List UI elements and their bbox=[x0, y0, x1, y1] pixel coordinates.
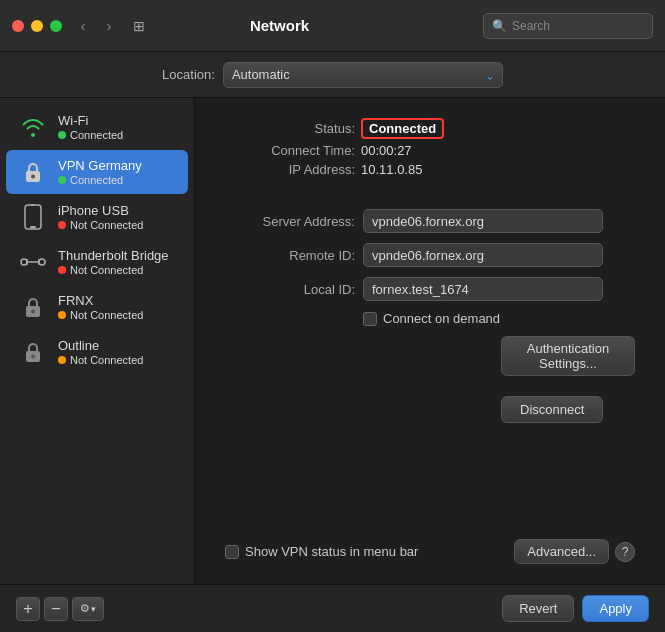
action-button[interactable]: ⚙ ▾ bbox=[72, 597, 104, 621]
sidebar-thunderbolt-status: Not Connected bbox=[58, 264, 176, 276]
status-row: Status: Connected bbox=[225, 118, 635, 139]
remote-id-input[interactable] bbox=[363, 243, 603, 267]
detail-bottom: Show VPN status in menu bar Advanced... … bbox=[225, 529, 635, 564]
sidebar-iphone-status: Not Connected bbox=[58, 219, 176, 231]
sidebar-frnx-info: FRNX Not Connected bbox=[58, 293, 176, 321]
search-icon: 🔍 bbox=[492, 19, 507, 33]
thunderbolt-icon bbox=[18, 247, 48, 277]
sidebar-iphone-name: iPhone USB bbox=[58, 203, 176, 218]
connect-demand-label: Connect on demand bbox=[383, 311, 500, 326]
vpn-lock-icon bbox=[18, 157, 48, 187]
sidebar-item-iphone-usb[interactable]: iPhone USB Not Connected bbox=[6, 195, 188, 239]
sidebar-frnx-name: FRNX bbox=[58, 293, 176, 308]
svg-point-13 bbox=[31, 355, 35, 359]
location-label: Location: bbox=[162, 67, 215, 82]
search-placeholder: Search bbox=[512, 19, 550, 33]
close-button[interactable] bbox=[12, 20, 24, 32]
sidebar-vpn-germany-status: Connected bbox=[58, 174, 176, 186]
sidebar-outline-status: Not Connected bbox=[58, 354, 176, 366]
sidebar-wifi-info: Wi-Fi Connected bbox=[58, 113, 176, 141]
disconnect-container: Disconnect bbox=[363, 396, 635, 423]
footer-bar: + − ⚙ ▾ Revert Apply bbox=[0, 584, 665, 632]
status-dot-outline bbox=[58, 356, 66, 364]
auth-settings-button[interactable]: Authentication Settings... bbox=[501, 336, 635, 376]
connect-time-row: Connect Time: 00:00:27 bbox=[225, 143, 635, 158]
show-vpn-row: Show VPN status in menu bar bbox=[225, 544, 418, 559]
sidebar-item-outline[interactable]: Outline Not Connected bbox=[6, 330, 188, 374]
revert-button[interactable]: Revert bbox=[502, 595, 574, 622]
status-badge: Connected bbox=[361, 118, 444, 139]
apply-button[interactable]: Apply bbox=[582, 595, 649, 622]
remove-button[interactable]: − bbox=[44, 597, 68, 621]
search-box[interactable]: 🔍 Search bbox=[483, 13, 653, 39]
chevron-down-icon: ▾ bbox=[91, 604, 96, 614]
sidebar-iphone-info: iPhone USB Not Connected bbox=[58, 203, 176, 231]
help-button[interactable]: ? bbox=[615, 542, 635, 562]
svg-rect-3 bbox=[30, 226, 36, 228]
outline-lock-icon bbox=[18, 337, 48, 367]
sidebar-vpn-germany-info: VPN Germany Connected bbox=[58, 158, 176, 186]
ip-address-row: IP Address: 10.11.0.85 bbox=[225, 162, 635, 177]
svg-point-1 bbox=[31, 175, 35, 179]
connect-time-label: Connect Time: bbox=[225, 143, 355, 158]
detail-panel: Status: Connected Connect Time: 00:00:27… bbox=[195, 98, 665, 584]
footer-left: + − ⚙ ▾ bbox=[16, 597, 104, 621]
location-select[interactable]: Automatic bbox=[223, 62, 503, 88]
server-address-label: Server Address: bbox=[225, 214, 355, 229]
sidebar-item-vpn-germany[interactable]: VPN Germany Connected bbox=[6, 150, 188, 194]
minimize-button[interactable] bbox=[31, 20, 43, 32]
local-id-label: Local ID: bbox=[225, 282, 355, 297]
server-address-input[interactable] bbox=[363, 209, 603, 233]
advanced-button[interactable]: Advanced... bbox=[514, 539, 609, 564]
traffic-lights bbox=[12, 20, 62, 32]
connect-demand-checkbox[interactable] bbox=[363, 312, 377, 326]
sidebar-outline-name: Outline bbox=[58, 338, 176, 353]
svg-point-5 bbox=[21, 259, 27, 265]
ip-address-value: 10.11.0.85 bbox=[361, 162, 422, 177]
window-title: Network bbox=[76, 17, 483, 34]
form-section: Server Address: Remote ID: Local ID: bbox=[225, 209, 635, 311]
svg-point-11 bbox=[31, 310, 35, 314]
svg-rect-2 bbox=[25, 205, 41, 229]
sidebar-item-wifi[interactable]: Wi-Fi Connected bbox=[6, 105, 188, 149]
show-vpn-checkbox[interactable] bbox=[225, 545, 239, 559]
gear-icon: ⚙ bbox=[80, 602, 90, 615]
sidebar-frnx-status: Not Connected bbox=[58, 309, 176, 321]
server-address-row: Server Address: bbox=[225, 209, 635, 233]
sidebar-item-thunderbolt[interactable]: Thunderbolt Bridge Not Connected bbox=[6, 240, 188, 284]
location-bar: Location: Automatic bbox=[0, 52, 665, 98]
show-vpn-label: Show VPN status in menu bar bbox=[245, 544, 418, 559]
local-id-row: Local ID: bbox=[225, 277, 635, 301]
advanced-area: Advanced... ? bbox=[514, 539, 635, 564]
location-select-wrapper[interactable]: Automatic bbox=[223, 62, 503, 88]
status-section: Status: Connected Connect Time: 00:00:27… bbox=[225, 118, 635, 181]
status-dot-green bbox=[58, 131, 66, 139]
remote-id-label: Remote ID: bbox=[225, 248, 355, 263]
main-content: Wi-Fi Connected VPN Germany bbox=[0, 98, 665, 584]
status-label: Status: bbox=[225, 121, 355, 136]
status-dot-vpn bbox=[58, 176, 66, 184]
local-id-input[interactable] bbox=[363, 277, 603, 301]
remote-id-row: Remote ID: bbox=[225, 243, 635, 267]
ip-address-label: IP Address: bbox=[225, 162, 355, 177]
sidebar: Wi-Fi Connected VPN Germany bbox=[0, 98, 195, 584]
sidebar-wifi-name: Wi-Fi bbox=[58, 113, 176, 128]
sidebar-item-frnx[interactable]: FRNX Not Connected bbox=[6, 285, 188, 329]
connect-time-value: 00:00:27 bbox=[361, 143, 412, 158]
sidebar-thunderbolt-name: Thunderbolt Bridge bbox=[58, 248, 176, 263]
status-dot-iphone bbox=[58, 221, 66, 229]
wifi-icon bbox=[18, 112, 48, 142]
maximize-button[interactable] bbox=[50, 20, 62, 32]
status-dot-frnx bbox=[58, 311, 66, 319]
sidebar-wifi-status: Connected bbox=[58, 129, 176, 141]
frnx-lock-icon bbox=[18, 292, 48, 322]
disconnect-button[interactable]: Disconnect bbox=[501, 396, 603, 423]
iphone-icon bbox=[18, 202, 48, 232]
status-dot-thunderbolt bbox=[58, 266, 66, 274]
add-button[interactable]: + bbox=[16, 597, 40, 621]
connect-demand-row: Connect on demand bbox=[363, 311, 635, 326]
sidebar-thunderbolt-info: Thunderbolt Bridge Not Connected bbox=[58, 248, 176, 276]
titlebar: ‹ › ⊞ Network 🔍 Search bbox=[0, 0, 665, 52]
auth-settings-container: Authentication Settings... bbox=[363, 336, 635, 386]
sidebar-vpn-germany-name: VPN Germany bbox=[58, 158, 176, 173]
